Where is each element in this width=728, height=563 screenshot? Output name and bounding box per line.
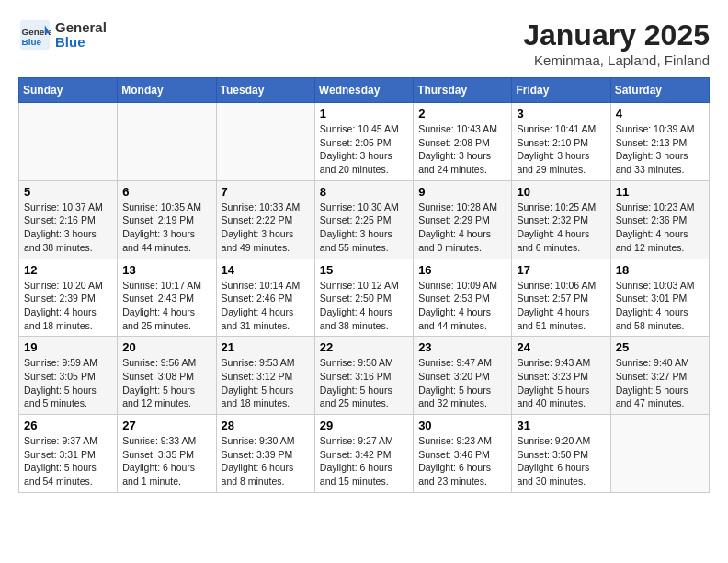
day-cell-17: 17Sunrise: 10:06 AM Sunset: 2:57 PM Dayl…: [512, 259, 610, 337]
day-cell-3: 3Sunrise: 10:41 AM Sunset: 2:10 PM Dayli…: [512, 103, 610, 181]
day-number: 29: [320, 419, 408, 432]
day-cell-28: 28Sunrise: 9:30 AM Sunset: 3:39 PM Dayli…: [216, 415, 314, 493]
day-info: Sunrise: 9:27 AM Sunset: 3:42 PM Dayligh…: [320, 434, 408, 488]
week-row-5: 26Sunrise: 9:37 AM Sunset: 3:31 PM Dayli…: [19, 415, 710, 493]
day-info: Sunrise: 9:33 AM Sunset: 3:35 PM Dayligh…: [122, 434, 210, 488]
day-cell-25: 25Sunrise: 9:40 AM Sunset: 3:27 PM Dayli…: [610, 337, 709, 415]
empty-cell: [118, 103, 216, 181]
day-info: Sunrise: 9:59 AM Sunset: 3:05 PM Dayligh…: [24, 356, 112, 410]
day-number: 6: [122, 185, 210, 199]
day-number: 25: [616, 340, 704, 354]
day-cell-11: 11Sunrise: 10:23 AM Sunset: 2:36 PM Dayl…: [610, 180, 709, 259]
day-cell-18: 18Sunrise: 10:03 AM Sunset: 3:01 PM Dayl…: [610, 259, 709, 337]
day-number: 14: [222, 263, 310, 277]
day-header-wednesday: Wednesday: [314, 78, 413, 103]
day-info: Sunrise: 10:45 AM Sunset: 2:05 PM Daylig…: [320, 122, 408, 177]
day-number: 30: [418, 419, 506, 432]
day-number: 7: [222, 185, 310, 199]
day-cell-10: 10Sunrise: 10:25 AM Sunset: 2:32 PM Dayl…: [512, 180, 610, 259]
day-number: 26: [24, 419, 112, 432]
day-number: 15: [320, 263, 408, 277]
day-number: 8: [320, 185, 408, 199]
day-info: Sunrise: 9:20 AM Sunset: 3:50 PM Dayligh…: [517, 434, 605, 488]
day-cell-29: 29Sunrise: 9:27 AM Sunset: 3:42 PM Dayli…: [314, 415, 413, 493]
day-number: 20: [122, 340, 210, 354]
day-number: 12: [24, 263, 112, 277]
day-info: Sunrise: 9:37 AM Sunset: 3:31 PM Dayligh…: [24, 434, 112, 488]
empty-cell: [19, 103, 118, 181]
day-number: 3: [517, 107, 605, 121]
day-cell-19: 19Sunrise: 9:59 AM Sunset: 3:05 PM Dayli…: [19, 337, 118, 415]
day-number: 31: [517, 419, 605, 432]
day-number: 27: [122, 419, 210, 432]
week-row-4: 19Sunrise: 9:59 AM Sunset: 3:05 PM Dayli…: [19, 337, 710, 415]
day-header-saturday: Saturday: [610, 78, 709, 103]
day-cell-23: 23Sunrise: 9:47 AM Sunset: 3:20 PM Dayli…: [414, 337, 512, 415]
location-subtitle: Keminmaa, Lapland, Finland: [523, 52, 710, 68]
day-info: Sunrise: 10:25 AM Sunset: 2:32 PM Daylig…: [517, 201, 605, 255]
day-info: Sunrise: 10:35 AM Sunset: 2:19 PM Daylig…: [122, 201, 210, 255]
day-info: Sunrise: 10:30 AM Sunset: 2:25 PM Daylig…: [320, 201, 408, 255]
day-info: Sunrise: 10:43 AM Sunset: 2:08 PM Daylig…: [418, 122, 506, 177]
title-block: January 2025 Keminmaa, Lapland, Finland: [523, 18, 710, 68]
day-info: Sunrise: 9:43 AM Sunset: 3:23 PM Dayligh…: [517, 356, 605, 410]
calendar-table: SundayMondayTuesdayWednesdayThursdayFrid…: [18, 77, 710, 493]
day-info: Sunrise: 10:33 AM Sunset: 2:22 PM Daylig…: [222, 201, 310, 255]
day-cell-8: 8Sunrise: 10:30 AM Sunset: 2:25 PM Dayli…: [314, 180, 413, 259]
calendar-body: 1Sunrise: 10:45 AM Sunset: 2:05 PM Dayli…: [19, 103, 710, 493]
day-info: Sunrise: 10:23 AM Sunset: 2:36 PM Daylig…: [616, 201, 704, 255]
day-cell-12: 12Sunrise: 10:20 AM Sunset: 2:39 PM Dayl…: [19, 259, 118, 337]
day-header-friday: Friday: [512, 78, 610, 103]
day-number: 21: [222, 340, 310, 354]
day-header-tuesday: Tuesday: [216, 78, 314, 103]
day-number: 2: [418, 107, 506, 121]
page-header: General Blue General Blue January 2025 K…: [18, 18, 710, 68]
day-info: Sunrise: 10:20 AM Sunset: 2:39 PM Daylig…: [24, 279, 112, 333]
day-info: Sunrise: 10:14 AM Sunset: 2:46 PM Daylig…: [222, 279, 310, 333]
day-cell-15: 15Sunrise: 10:12 AM Sunset: 2:50 PM Dayl…: [314, 259, 413, 337]
day-info: Sunrise: 9:50 AM Sunset: 3:16 PM Dayligh…: [320, 356, 408, 410]
day-number: 24: [517, 340, 605, 354]
day-info: Sunrise: 10:37 AM Sunset: 2:16 PM Daylig…: [24, 201, 112, 255]
day-info: Sunrise: 10:09 AM Sunset: 2:53 PM Daylig…: [418, 279, 506, 333]
day-cell-30: 30Sunrise: 9:23 AM Sunset: 3:46 PM Dayli…: [414, 415, 512, 493]
day-cell-16: 16Sunrise: 10:09 AM Sunset: 2:53 PM Dayl…: [414, 259, 512, 337]
day-header-monday: Monday: [118, 78, 216, 103]
day-info: Sunrise: 10:28 AM Sunset: 2:29 PM Daylig…: [418, 201, 506, 255]
day-cell-6: 6Sunrise: 10:35 AM Sunset: 2:19 PM Dayli…: [118, 180, 216, 259]
day-info: Sunrise: 9:30 AM Sunset: 3:39 PM Dayligh…: [222, 434, 310, 488]
logo-blue: Blue: [55, 35, 107, 51]
day-info: Sunrise: 9:53 AM Sunset: 3:12 PM Dayligh…: [222, 356, 310, 410]
month-title: January 2025: [523, 18, 710, 52]
day-number: 28: [222, 419, 310, 432]
day-cell-13: 13Sunrise: 10:17 AM Sunset: 2:43 PM Dayl…: [118, 259, 216, 337]
day-cell-14: 14Sunrise: 10:14 AM Sunset: 2:46 PM Dayl…: [216, 259, 314, 337]
day-cell-5: 5Sunrise: 10:37 AM Sunset: 2:16 PM Dayli…: [19, 180, 118, 259]
day-info: Sunrise: 9:23 AM Sunset: 3:46 PM Dayligh…: [418, 434, 506, 488]
day-number: 9: [418, 185, 506, 199]
logo-icon: General Blue: [18, 18, 51, 52]
day-cell-22: 22Sunrise: 9:50 AM Sunset: 3:16 PM Dayli…: [314, 337, 413, 415]
day-number: 10: [517, 185, 605, 199]
week-row-2: 5Sunrise: 10:37 AM Sunset: 2:16 PM Dayli…: [19, 180, 710, 259]
day-info: Sunrise: 9:47 AM Sunset: 3:20 PM Dayligh…: [418, 356, 506, 410]
day-number: 17: [517, 263, 605, 277]
day-cell-9: 9Sunrise: 10:28 AM Sunset: 2:29 PM Dayli…: [414, 180, 512, 259]
day-cell-20: 20Sunrise: 9:56 AM Sunset: 3:08 PM Dayli…: [118, 337, 216, 415]
day-cell-26: 26Sunrise: 9:37 AM Sunset: 3:31 PM Dayli…: [19, 415, 118, 493]
day-cell-21: 21Sunrise: 9:53 AM Sunset: 3:12 PM Dayli…: [216, 337, 314, 415]
day-header-sunday: Sunday: [19, 78, 118, 103]
day-cell-24: 24Sunrise: 9:43 AM Sunset: 3:23 PM Dayli…: [512, 337, 610, 415]
week-row-1: 1Sunrise: 10:45 AM Sunset: 2:05 PM Dayli…: [19, 103, 710, 181]
day-number: 16: [418, 263, 506, 277]
day-number: 19: [24, 340, 112, 354]
day-info: Sunrise: 10:39 AM Sunset: 2:13 PM Daylig…: [616, 122, 704, 177]
day-info: Sunrise: 10:17 AM Sunset: 2:43 PM Daylig…: [122, 279, 210, 333]
day-number: 13: [122, 263, 210, 277]
day-cell-27: 27Sunrise: 9:33 AM Sunset: 3:35 PM Dayli…: [118, 415, 216, 493]
day-cell-4: 4Sunrise: 10:39 AM Sunset: 2:13 PM Dayli…: [610, 103, 709, 181]
day-number: 5: [24, 185, 112, 199]
day-number: 18: [616, 263, 704, 277]
day-number: 22: [320, 340, 408, 354]
calendar-header-row: SundayMondayTuesdayWednesdayThursdayFrid…: [19, 78, 710, 103]
